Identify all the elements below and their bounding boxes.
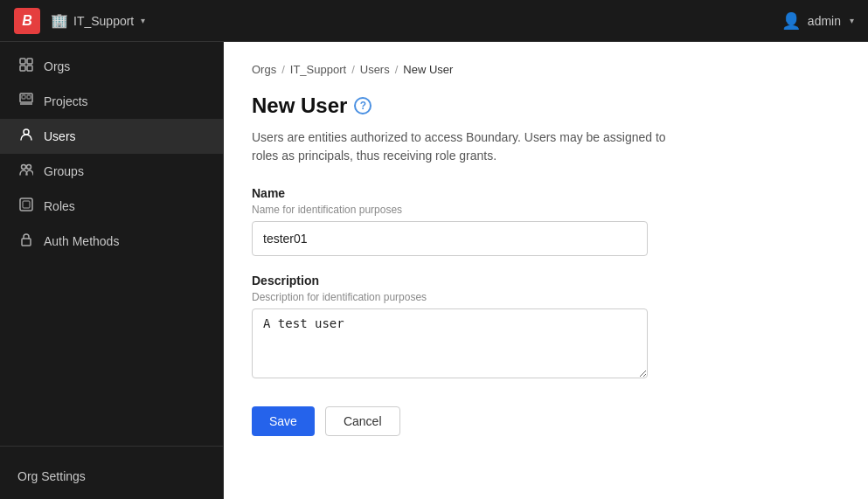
sidebar-label-org-settings: Org Settings [17, 469, 86, 483]
breadcrumb-sep-1: / [281, 63, 285, 76]
form-actions: Save Cancel [252, 406, 840, 436]
svg-point-9 [22, 165, 26, 170]
orgs-icon [17, 58, 35, 75]
cancel-button[interactable]: Cancel [325, 406, 400, 436]
user-chevron-icon: ▾ [850, 16, 854, 25]
sidebar-item-org-settings[interactable]: Org Settings [0, 461, 223, 492]
page-description: Users are entities authorized to access … [252, 128, 689, 165]
description-field-group: Description Description for identificati… [252, 274, 840, 382]
topbar: B 🏢 IT_Support ▾ 👤 admin ▾ [0, 0, 868, 42]
sidebar-item-auth-methods[interactable]: Auth Methods [0, 224, 223, 259]
sidebar-item-users[interactable]: Users [0, 119, 223, 154]
sidebar-item-orgs[interactable]: Orgs [0, 49, 223, 84]
sidebar-label-groups: Groups [44, 164, 84, 178]
name-field-group: Name Name for identification purposes [252, 186, 840, 256]
sidebar-nav: Orgs Projects [0, 42, 223, 439]
help-icon[interactable]: ? [354, 97, 372, 114]
svg-rect-13 [22, 239, 31, 246]
topbar-left: B 🏢 IT_Support ▾ [14, 8, 145, 34]
users-icon [17, 128, 35, 145]
workspace-icon: 🏢 [51, 12, 68, 29]
description-label: Description [252, 274, 840, 288]
workspace-selector[interactable]: 🏢 IT_Support ▾ [51, 12, 145, 29]
breadcrumb: Orgs / IT_Support / Users / New User [252, 63, 840, 76]
user-name: admin [808, 14, 841, 28]
breadcrumb-current: New User [403, 63, 453, 76]
main-content: Orgs / IT_Support / Users / New User New… [224, 42, 868, 499]
svg-point-10 [27, 165, 31, 170]
description-hint: Description for identification purposes [252, 291, 840, 303]
sidebar-item-roles[interactable]: Roles [0, 189, 223, 224]
sidebar-label-orgs: Orgs [44, 59, 70, 73]
sidebar-label-auth-methods: Auth Methods [44, 234, 119, 248]
svg-rect-11 [20, 198, 32, 211]
breadcrumb-sep-3: / [395, 63, 399, 76]
auth-methods-icon [17, 232, 35, 250]
user-avatar-icon: 👤 [781, 11, 801, 31]
breadcrumb-orgs[interactable]: Orgs [252, 63, 276, 76]
sidebar-item-groups[interactable]: Groups [0, 154, 223, 189]
svg-rect-5 [22, 95, 25, 99]
svg-rect-12 [23, 201, 30, 208]
name-hint: Name for identification purposes [252, 204, 840, 216]
page-title: New User [252, 94, 347, 118]
name-label: Name [252, 186, 840, 200]
svg-rect-0 [20, 59, 25, 64]
svg-point-8 [24, 129, 29, 135]
page-title-row: New User ? [252, 94, 840, 118]
sidebar-label-projects: Projects [44, 94, 88, 108]
svg-rect-3 [27, 66, 32, 71]
projects-icon [17, 93, 35, 110]
save-button[interactable]: Save [252, 406, 315, 436]
svg-rect-2 [20, 66, 25, 71]
main-layout: Orgs Projects [0, 42, 868, 499]
svg-rect-6 [27, 95, 31, 99]
sidebar-label-users: Users [44, 129, 76, 143]
sidebar-divider [0, 446, 223, 447]
app-logo[interactable]: B [14, 8, 40, 34]
topbar-right[interactable]: 👤 admin ▾ [781, 11, 854, 31]
description-textarea[interactable] [252, 308, 648, 378]
workspace-name: IT_Support [73, 14, 134, 28]
groups-icon [17, 163, 35, 180]
breadcrumb-sep-2: / [351, 63, 355, 76]
sidebar-item-projects[interactable]: Projects [0, 84, 223, 119]
breadcrumb-users[interactable]: Users [360, 63, 390, 76]
new-user-form: Name Name for identification purposes De… [252, 186, 840, 436]
sidebar-label-roles: Roles [44, 199, 75, 213]
breadcrumb-workspace[interactable]: IT_Support [290, 63, 346, 76]
sidebar-bottom: Org Settings [0, 454, 223, 499]
name-input[interactable] [252, 221, 648, 256]
roles-icon [17, 198, 35, 215]
chevron-down-icon: ▾ [141, 16, 145, 25]
sidebar: Orgs Projects [0, 42, 224, 499]
svg-rect-1 [27, 59, 32, 64]
